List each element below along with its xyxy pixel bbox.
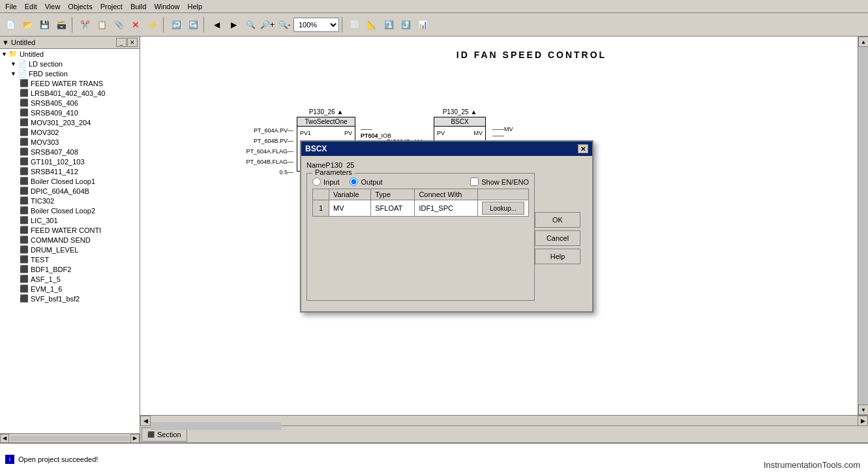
radio-output-text: Output	[361, 178, 382, 186]
col-num-header	[313, 189, 329, 200]
row-variable: MV	[329, 200, 371, 217]
lookup-button[interactable]: Lookup...	[482, 202, 524, 215]
params-table: Variable Type Connect With 1 MV SFLOAT	[312, 189, 529, 217]
show-en-eno-label: Show EN/ENO	[481, 178, 529, 186]
row-num: 1	[313, 200, 329, 217]
parameters-group: Parameters Input Output	[307, 173, 535, 301]
checkbox-row: Show EN/ENO	[470, 177, 529, 186]
table-empty-area	[312, 217, 529, 295]
modal-titlebar: BSCX ✕	[301, 142, 592, 156]
params-header: Input Output Show EN/ENO	[312, 177, 529, 186]
radio-row: Input Output	[312, 177, 383, 186]
cancel-button[interactable]: Cancel	[535, 230, 580, 246]
modal-close-button[interactable]: ✕	[578, 144, 588, 153]
col-btn-header	[478, 189, 529, 200]
col-connect-header: Connect With	[415, 189, 478, 200]
show-en-eno-checkbox[interactable]	[470, 177, 479, 186]
modal-inner: Parameters Input Output	[307, 173, 587, 301]
modal-title: BSCX	[305, 144, 327, 153]
row-lookup-btn-cell: Lookup...	[478, 200, 529, 217]
modal-btn-area: OK Cancel Help	[535, 212, 580, 264]
col-type-header: Type	[371, 189, 415, 200]
radio-input[interactable]	[312, 177, 321, 186]
radio-input-text: Input	[323, 178, 339, 186]
help-button[interactable]: Help	[535, 249, 580, 264]
ok-button[interactable]: OK	[535, 212, 580, 228]
row-type: SFLOAT	[371, 200, 415, 217]
modal-body: NameP130_25 Parameters Input	[301, 156, 592, 311]
radio-output-label[interactable]: Output	[350, 177, 382, 186]
row-connect: IDF1_SPC	[415, 200, 478, 217]
radio-input-label[interactable]: Input	[312, 177, 339, 186]
parameters-group-label: Parameters	[312, 168, 355, 176]
radio-output[interactable]	[350, 177, 358, 186]
bscx-dialog: BSCX ✕ NameP130_25 Parameters Input	[300, 140, 593, 313]
modal-overlay: BSCX ✕ NameP130_25 Parameters Input	[0, 0, 868, 475]
col-variable-header: Variable	[329, 189, 371, 200]
table-row: 1 MV SFLOAT IDF1_SPC Lookup...	[313, 200, 529, 217]
